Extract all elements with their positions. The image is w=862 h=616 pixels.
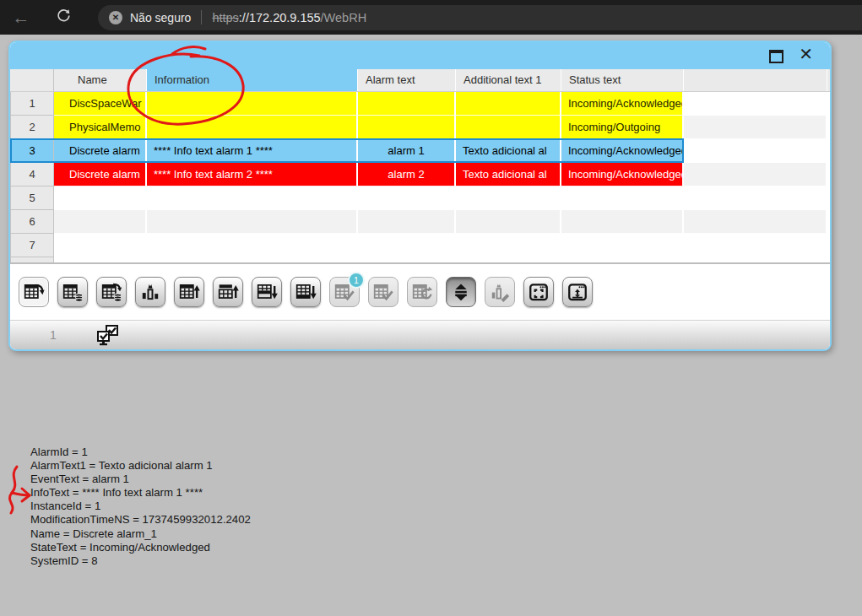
- column-header-info[interactable]: Information: [147, 69, 358, 91]
- alarm-table: 1DiscSpaceWarIncoming/Acknowledged2Physi…: [10, 92, 830, 257]
- cell-name: [54, 210, 147, 234]
- cell-trail: [684, 234, 827, 257]
- cell-info: [147, 92, 358, 116]
- cell-name: DiscSpaceWar: [54, 92, 147, 116]
- page-up-button[interactable]: [213, 277, 243, 307]
- reset-button: [407, 277, 437, 307]
- cell-status: Incoming/Acknowledged: [561, 163, 684, 186]
- table-export-icon: [23, 281, 45, 303]
- window-resize-icon: [567, 281, 588, 303]
- column-header-trail[interactable]: [684, 69, 827, 91]
- cell-num: 1: [10, 92, 54, 116]
- attribute-line: SystemID = 8: [30, 554, 251, 568]
- scroll-top-button[interactable]: [174, 277, 204, 307]
- column-header-alarm[interactable]: Alarm text: [358, 69, 456, 91]
- toolbar: 1: [10, 264, 830, 320]
- fullscreen-icon: [528, 281, 550, 303]
- cell-status: [561, 210, 684, 234]
- cell-num: 7: [10, 234, 54, 257]
- cell-status: Incoming/Acknowledged: [561, 92, 684, 116]
- table-page-up-icon: [217, 281, 239, 303]
- edit-statistics-button: [485, 277, 515, 307]
- acknowledge-button: 1: [329, 277, 360, 307]
- autoscroll-button[interactable]: [446, 277, 476, 307]
- attribute-line: ModificationTimeNS = 1737459932012.2402: [30, 513, 251, 527]
- scroll-bottom-button[interactable]: [290, 277, 321, 307]
- column-header-status[interactable]: Status text: [561, 69, 684, 91]
- fullscreen-button[interactable]: [523, 277, 554, 307]
- cell-status: Incoming/Outgoing: [561, 116, 684, 139]
- table-stack-export-icon: [100, 281, 122, 303]
- url-host: ://172.20.9.155: [239, 11, 321, 24]
- cell-status: [561, 186, 684, 210]
- not-secure-label: Não seguro: [130, 11, 191, 24]
- cell-add1: [456, 186, 561, 210]
- cell-alarm: [358, 116, 456, 139]
- cell-name: [54, 186, 147, 210]
- window-resize-button[interactable]: [562, 277, 593, 307]
- statistics-button[interactable]: [135, 277, 165, 307]
- cell-add1: Texto adicional al: [456, 163, 561, 186]
- cell-trail: [684, 139, 827, 163]
- cell-add1: [456, 92, 561, 116]
- table-row[interactable]: 1DiscSpaceWarIncoming/Acknowledged: [10, 92, 830, 116]
- attribute-line: AlarmText1 = Texto adicional alarm 1: [30, 459, 251, 473]
- cell-name: Discrete alarm: [54, 163, 147, 186]
- pending-count-badge: 1: [348, 272, 365, 289]
- browser-back-icon[interactable]: ←: [7, 8, 35, 28]
- alarm-control-panel: ✕ NameInformationAlarm textAdditional te…: [8, 41, 832, 351]
- cell-add1: [456, 234, 561, 257]
- cell-num: 2: [10, 116, 54, 139]
- table-row[interactable]: 6: [10, 210, 830, 234]
- cell-add1: [456, 210, 561, 234]
- url-scheme: https: [212, 11, 238, 24]
- page-down-button[interactable]: [252, 277, 282, 307]
- table-row[interactable]: 4Discrete alarm**** Info text alarm 2 **…: [10, 163, 830, 186]
- cell-alarm: alarm 2: [358, 163, 456, 186]
- cell-info: **** Info text alarm 2 ****: [147, 163, 358, 186]
- table-archive-button[interactable]: [57, 277, 88, 307]
- address-divider: [201, 10, 202, 24]
- cell-num: 3: [10, 139, 54, 163]
- attribute-line: Name = Discrete alarm_1: [30, 527, 251, 541]
- cell-info: [147, 186, 358, 210]
- acknowledge-all-button: [368, 277, 398, 307]
- cell-info: [147, 210, 358, 234]
- table-row[interactable]: 7: [10, 234, 830, 257]
- address-bar[interactable]: ✕ Não seguro https://172.20.9.155/WebRH: [98, 5, 862, 30]
- table-ack-all-icon: [372, 281, 394, 303]
- cell-info: [147, 116, 358, 139]
- statusbar: 1: [10, 320, 830, 351]
- cell-name: Discrete alarm: [54, 139, 147, 163]
- cell-add1: [456, 116, 561, 139]
- cell-num: 6: [10, 210, 54, 234]
- attribute-line: StateText = Incoming/Acknowledged: [30, 541, 251, 554]
- column-header-name[interactable]: Name: [54, 69, 147, 91]
- url-path: /WebRH: [321, 11, 367, 24]
- archive-export-button[interactable]: [96, 277, 127, 307]
- cell-alarm: [358, 234, 456, 257]
- column-header-add1[interactable]: Additional text 1: [456, 69, 561, 91]
- cell-name: [54, 234, 147, 257]
- url-text[interactable]: https://172.20.9.155/WebRH: [212, 11, 366, 24]
- not-secure-icon[interactable]: ✕: [109, 11, 122, 24]
- table-row[interactable]: 5: [10, 186, 830, 210]
- cell-alarm: [358, 186, 456, 210]
- close-icon[interactable]: ✕: [799, 46, 813, 62]
- table-header-row: NameInformationAlarm textAdditional text…: [10, 69, 830, 92]
- attribute-line: AlarmId = 1: [30, 446, 251, 459]
- export-table-button[interactable]: [19, 277, 49, 307]
- browser-bar: ← ✕ Não seguro https://172.20.9.155/WebR…: [0, 0, 862, 35]
- table-row[interactable]: 3Discrete alarm**** Info text alarm 1 **…: [10, 139, 830, 163]
- table-row[interactable]: 2PhysicalMemoIncoming/Outgoing: [10, 116, 830, 139]
- cell-status: [561, 234, 684, 257]
- browser-refresh-icon[interactable]: [49, 8, 78, 27]
- table-reset-icon: [411, 281, 433, 303]
- cell-num: 4: [10, 163, 54, 186]
- cell-name: PhysicalMemo: [54, 116, 147, 139]
- panel-titlebar[interactable]: ✕: [10, 42, 830, 69]
- cell-trail: [684, 210, 827, 234]
- cell-num: 5: [10, 186, 54, 210]
- cell-trail: [684, 163, 827, 186]
- maximize-icon[interactable]: [769, 50, 783, 63]
